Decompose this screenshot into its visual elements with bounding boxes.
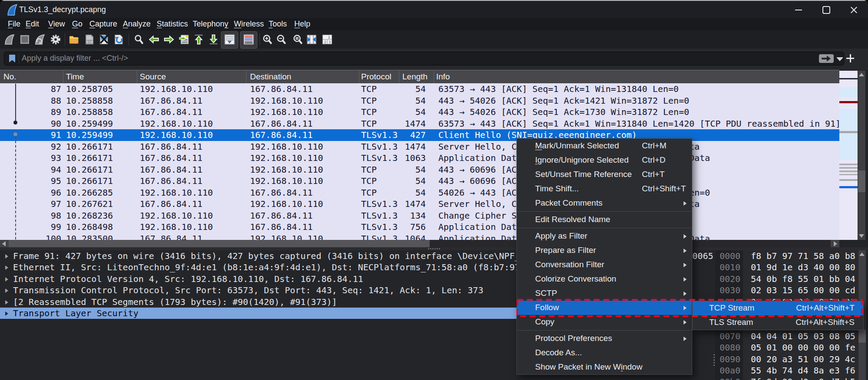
hex-row-0080[interactable]: 008005 01 00 00 00 00 fe	[715, 342, 858, 353]
menubar-item-telephony[interactable]: Telephony	[193, 18, 228, 30]
colorize-toggle[interactable]	[240, 31, 257, 49]
close-button[interactable]	[840, 1, 867, 18]
menubar-item-go[interactable]: Go	[72, 18, 82, 30]
bookmark-icon[interactable]	[7, 54, 17, 63]
column-separator[interactable]	[434, 71, 434, 83]
filter-dropdown-chevron-icon[interactable]	[836, 57, 843, 61]
packet-row-92[interactable]: 9210.266171167.86.84.11192.168.10.110TLS…	[0, 141, 839, 153]
horizontal-scrollbar-thumb[interactable]	[9, 240, 430, 247]
zoom-in-icon[interactable]	[262, 34, 273, 45]
reload-file-icon[interactable]	[113, 34, 125, 45]
scroll-up-arrow-icon[interactable]	[859, 252, 865, 256]
minimize-button[interactable]	[785, 1, 812, 18]
hex-row-0010[interactable]: 001001 9d 1e d3 40 00 80	[715, 262, 858, 273]
packet-row-88[interactable]: 8810.258858167.86.84.11192.168.10.110TCP…	[0, 95, 839, 107]
context-menu-item-conversation-filter[interactable]: Conversation Filter	[517, 258, 692, 272]
restart-capture-icon[interactable]	[34, 34, 46, 45]
hex-row-0000[interactable]: 0000f8 b7 97 71 58 a0 b8	[715, 250, 858, 262]
capture-options-gear-icon[interactable]	[50, 34, 61, 45]
context-menu-item-copy[interactable]: Copy	[517, 315, 692, 329]
packet-row-89[interactable]: 8910.258858167.86.84.11192.168.10.110TCP…	[0, 106, 839, 118]
hex-row-0020[interactable]: 002054 0b f8 55 01 bb 04	[715, 273, 858, 285]
context-menu-item-apply-as-filter[interactable]: Apply as Filter	[517, 229, 692, 243]
column-header-no[interactable]: No.	[3, 70, 16, 83]
intelligent-scrollbar-minimap[interactable]	[839, 71, 858, 240]
resize-columns-icon[interactable]	[306, 34, 317, 45]
expand-arrow-icon[interactable]	[5, 300, 8, 305]
find-packet-icon[interactable]	[133, 34, 145, 45]
add-filter-button-v[interactable]	[850, 54, 851, 62]
context-menu-item-protocol-preferences[interactable]: Protocol Preferences	[517, 331, 692, 346]
first-packet-icon[interactable]	[193, 34, 204, 45]
scroll-up-arrow-icon[interactable]	[859, 73, 864, 76]
expand-arrow-icon[interactable]	[5, 288, 8, 293]
hex-row-00b0[interactable]: 00b07f 0d 00 d0 c0 d7 b5	[715, 376, 858, 380]
context-menu-item-prepare-as-filter[interactable]: Prepare as Filter	[517, 243, 692, 258]
bytes-scrollbar-thumb[interactable]	[858, 330, 866, 343]
context-menu-item-mark-unmark-selected[interactable]: Mark/Unmark SelectedCtrl+M	[517, 139, 692, 153]
menubar-item-file[interactable]: File	[8, 18, 20, 30]
packet-list-horizontal-scrollbar[interactable]	[0, 240, 839, 247]
column-header-protocol[interactable]: Protocol	[361, 70, 391, 83]
packet-list-vertical-scrollbar[interactable]	[858, 71, 865, 240]
column-header-info[interactable]: Info	[436, 70, 450, 83]
go-to-packet-icon[interactable]	[179, 34, 190, 45]
packet-row-94[interactable]: 9410.266171167.86.84.11192.168.10.110TCP…	[0, 164, 839, 176]
column-separator[interactable]	[399, 71, 399, 83]
column-separator[interactable]	[63, 71, 63, 83]
packet-row-87[interactable]: 8710.258705192.168.10.110167.86.84.11TCP…	[0, 83, 839, 95]
column-header-length[interactable]: Length	[402, 70, 427, 83]
apply-filter-button[interactable]	[819, 54, 834, 63]
submenu-item-tls-stream[interactable]: TLS StreamCtrl+Alt+Shift+S	[693, 315, 863, 330]
menubar-item-statistics[interactable]: Statistics	[157, 18, 188, 30]
hex-row-0030[interactable]: 003002 03 15 65 00 00 cd	[715, 285, 858, 296]
displayed-columns-icon[interactable]: 1 2 3	[322, 34, 333, 45]
column-header-destination[interactable]: Destination	[250, 70, 291, 83]
maximize-button[interactable]	[812, 1, 839, 18]
context-menu-item-packet-comments[interactable]: Packet Comments	[517, 196, 692, 210]
auto-scroll-toggle[interactable]	[221, 31, 238, 49]
expand-arrow-icon[interactable]	[5, 277, 8, 282]
close-file-icon[interactable]	[99, 34, 110, 45]
menubar-item-tools[interactable]: Tools	[269, 18, 287, 30]
zoom-reset-icon[interactable]	[292, 34, 303, 45]
column-separator[interactable]	[246, 71, 247, 83]
start-capture-fin-icon[interactable]	[4, 34, 15, 45]
column-header-time[interactable]: Time	[66, 70, 84, 83]
context-menu-item-show-packet-in-new-window[interactable]: Show Packet in New Window	[517, 360, 692, 374]
menubar-item-edit[interactable]: Edit	[26, 18, 39, 30]
context-menu-item-colorize-conversation[interactable]: Colorize Conversation	[517, 272, 692, 286]
packet-row-90[interactable]: 9010.259499192.168.10.110167.86.84.11TCP…	[0, 118, 839, 130]
submenu-item-tcp-stream[interactable]: TCP StreamCtrl+Alt+Shift+T	[693, 301, 863, 315]
context-menu-item-follow[interactable]: Follow	[517, 301, 692, 315]
display-filter-input[interactable]: Apply a display filter ... <Ctrl-/>	[4, 52, 844, 66]
column-header-source[interactable]: Source	[140, 70, 166, 83]
packet-row-95[interactable]: 9510.266171167.86.84.11192.168.10.110TCP…	[0, 175, 839, 187]
scroll-down-arrow-icon[interactable]	[859, 234, 864, 238]
previous-packet-icon[interactable]	[148, 34, 160, 45]
packet-row-98[interactable]: 9810.268236192.168.10.110167.86.84.11TLS…	[0, 210, 839, 222]
expand-arrow-icon[interactable]	[5, 265, 8, 270]
menubar-item-capture[interactable]: Capture	[89, 18, 117, 30]
column-separator[interactable]	[359, 71, 359, 83]
menubar-item-wireless[interactable]: Wireless	[234, 18, 264, 30]
hex-row-00a0[interactable]: 00a055 4b 74 d4 8a e3 f6	[715, 365, 858, 376]
next-packet-icon[interactable]	[163, 34, 174, 45]
context-menu-item-time-shift[interactable]: Time Shift...Ctrl+Shift+T	[517, 182, 692, 196]
last-packet-icon[interactable]	[208, 34, 219, 45]
scroll-left-button[interactable]	[0, 240, 9, 247]
expand-arrow-icon[interactable]	[5, 254, 8, 259]
stop-capture-icon[interactable]	[19, 34, 30, 45]
pane-splitter[interactable]	[0, 247, 868, 250]
hex-row-0090[interactable]: 009000 20 a3 51 00 29 4c	[715, 354, 858, 365]
packet-row-99[interactable]: 9910.268498192.168.10.110167.86.84.11TLS…	[0, 221, 839, 233]
save-file-icon[interactable]: 010	[84, 34, 95, 45]
menubar-item-help[interactable]: Help	[294, 18, 310, 30]
zoom-out-icon[interactable]	[276, 34, 287, 45]
context-menu-item-decode-as[interactable]: Decode As...	[517, 346, 692, 360]
context-menu-item-set-unset-time-reference[interactable]: Set/Unset Time ReferenceCtrl+T	[517, 167, 692, 182]
packet-row-97[interactable]: 9710.267621167.86.84.11192.168.10.110TLS…	[0, 198, 839, 210]
hex-row-0070[interactable]: 007004 04 01 05 03 08 05	[715, 331, 858, 342]
packet-row-93[interactable]: 9310.266171167.86.84.11192.168.10.110TLS…	[0, 152, 839, 164]
context-menu-item-sctp[interactable]: SCTP	[517, 286, 692, 301]
